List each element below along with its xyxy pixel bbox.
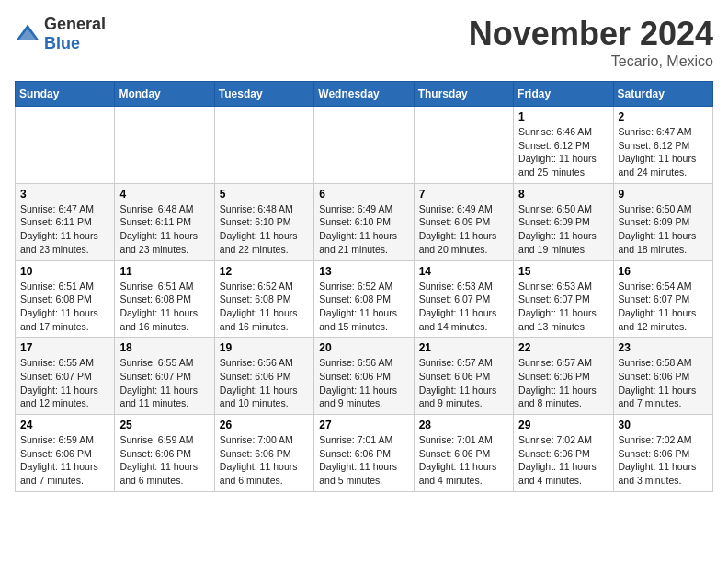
weekday-header: Wednesday [314, 82, 414, 107]
day-info: Sunrise: 6:50 AM Sunset: 6:09 PM Dayligh… [619, 202, 708, 257]
calendar-week-row: 24Sunrise: 6:59 AM Sunset: 6:06 PM Dayli… [16, 415, 713, 492]
day-info: Sunrise: 6:56 AM Sunset: 6:06 PM Dayligh… [319, 356, 408, 410]
calendar-cell: 29Sunrise: 7:02 AM Sunset: 6:06 PM Dayli… [514, 415, 613, 492]
day-info: Sunrise: 7:02 AM Sunset: 6:06 PM Dayligh… [619, 433, 708, 488]
calendar-cell: 12Sunrise: 6:52 AM Sunset: 6:08 PM Dayli… [214, 260, 313, 338]
day-info: Sunrise: 6:47 AM Sunset: 6:11 PM Dayligh… [20, 202, 109, 257]
day-info: Sunrise: 6:49 AM Sunset: 6:10 PM Dayligh… [319, 202, 408, 257]
calendar-cell: 27Sunrise: 7:01 AM Sunset: 6:06 PM Dayli… [314, 415, 414, 492]
day-info: Sunrise: 6:54 AM Sunset: 6:07 PM Dayligh… [619, 280, 708, 334]
calendar-cell: 14Sunrise: 6:53 AM Sunset: 6:07 PM Dayli… [414, 260, 513, 338]
day-number: 21 [419, 341, 508, 354]
weekday-header: Saturday [613, 82, 712, 107]
calendar-cell: 23Sunrise: 6:58 AM Sunset: 6:06 PM Dayli… [613, 338, 712, 415]
day-number: 8 [518, 188, 608, 201]
weekday-header: Sunday [16, 82, 115, 107]
day-number: 5 [220, 188, 309, 201]
calendar-cell: 22Sunrise: 6:57 AM Sunset: 6:06 PM Dayli… [514, 338, 613, 415]
day-info: Sunrise: 6:58 AM Sunset: 6:06 PM Dayligh… [619, 356, 708, 410]
calendar-table: SundayMondayTuesdayWednesdayThursdayFrid… [15, 81, 713, 492]
calendar-cell [16, 107, 115, 184]
day-number: 12 [220, 265, 309, 278]
day-number: 9 [619, 188, 708, 201]
calendar-week-row: 1Sunrise: 6:46 AM Sunset: 6:12 PM Daylig… [16, 107, 713, 184]
day-number: 11 [119, 265, 209, 278]
logo-text: General Blue [44, 15, 106, 53]
day-info: Sunrise: 7:01 AM Sunset: 6:06 PM Dayligh… [419, 433, 508, 488]
calendar-week-row: 17Sunrise: 6:55 AM Sunset: 6:07 PM Dayli… [16, 338, 713, 415]
day-number: 20 [319, 341, 408, 354]
day-number: 29 [518, 419, 608, 431]
calendar-week-row: 10Sunrise: 6:51 AM Sunset: 6:08 PM Dayli… [16, 260, 713, 338]
calendar-cell: 1Sunrise: 6:46 AM Sunset: 6:12 PM Daylig… [514, 107, 613, 184]
day-info: Sunrise: 6:53 AM Sunset: 6:07 PM Dayligh… [419, 280, 508, 334]
day-info: Sunrise: 6:49 AM Sunset: 6:09 PM Dayligh… [419, 202, 508, 257]
calendar-cell [414, 107, 513, 184]
day-number: 17 [20, 341, 109, 354]
weekday-header: Monday [115, 82, 214, 107]
day-info: Sunrise: 6:48 AM Sunset: 6:10 PM Dayligh… [220, 202, 309, 257]
day-number: 6 [319, 188, 408, 201]
day-info: Sunrise: 6:59 AM Sunset: 6:06 PM Dayligh… [20, 433, 109, 488]
calendar-cell [314, 107, 414, 184]
calendar-cell: 8Sunrise: 6:50 AM Sunset: 6:09 PM Daylig… [514, 183, 613, 260]
calendar-cell: 13Sunrise: 6:52 AM Sunset: 6:08 PM Dayli… [314, 260, 414, 338]
day-info: Sunrise: 6:55 AM Sunset: 6:07 PM Dayligh… [20, 356, 109, 410]
day-info: Sunrise: 6:52 AM Sunset: 6:08 PM Dayligh… [220, 280, 309, 334]
calendar-cell: 28Sunrise: 7:01 AM Sunset: 6:06 PM Dayli… [414, 415, 513, 492]
day-number: 22 [518, 341, 608, 354]
title-block: November 2024 Tecario, Mexico [469, 15, 713, 70]
calendar-cell: 21Sunrise: 6:57 AM Sunset: 6:06 PM Dayli… [414, 338, 513, 415]
day-info: Sunrise: 6:47 AM Sunset: 6:12 PM Dayligh… [619, 125, 708, 179]
day-number: 28 [419, 419, 508, 431]
calendar-cell [214, 107, 313, 184]
day-number: 27 [319, 419, 408, 431]
calendar-cell: 10Sunrise: 6:51 AM Sunset: 6:08 PM Dayli… [16, 260, 115, 338]
day-info: Sunrise: 7:01 AM Sunset: 6:06 PM Dayligh… [319, 433, 408, 488]
calendar-week-row: 3Sunrise: 6:47 AM Sunset: 6:11 PM Daylig… [16, 183, 713, 260]
day-number: 10 [20, 265, 109, 278]
calendar-cell: 26Sunrise: 7:00 AM Sunset: 6:06 PM Dayli… [214, 415, 313, 492]
day-number: 13 [319, 265, 408, 278]
month-title: November 2024 [469, 15, 713, 53]
day-info: Sunrise: 6:55 AM Sunset: 6:07 PM Dayligh… [119, 356, 209, 410]
day-info: Sunrise: 7:02 AM Sunset: 6:06 PM Dayligh… [518, 433, 608, 488]
calendar-cell: 15Sunrise: 6:53 AM Sunset: 6:07 PM Dayli… [514, 260, 613, 338]
day-number: 15 [518, 265, 608, 278]
calendar-cell: 30Sunrise: 7:02 AM Sunset: 6:06 PM Dayli… [613, 415, 712, 492]
calendar-cell: 5Sunrise: 6:48 AM Sunset: 6:10 PM Daylig… [214, 183, 313, 260]
day-info: Sunrise: 6:51 AM Sunset: 6:08 PM Dayligh… [20, 280, 109, 334]
calendar-cell: 18Sunrise: 6:55 AM Sunset: 6:07 PM Dayli… [115, 338, 214, 415]
day-info: Sunrise: 6:50 AM Sunset: 6:09 PM Dayligh… [518, 202, 608, 257]
day-info: Sunrise: 6:53 AM Sunset: 6:07 PM Dayligh… [518, 280, 608, 334]
location-title: Tecario, Mexico [469, 53, 713, 70]
day-number: 18 [119, 341, 209, 354]
day-info: Sunrise: 6:52 AM Sunset: 6:08 PM Dayligh… [319, 280, 408, 334]
day-number: 24 [20, 419, 109, 431]
day-number: 4 [119, 188, 209, 201]
day-info: Sunrise: 6:46 AM Sunset: 6:12 PM Dayligh… [518, 125, 608, 179]
calendar-cell: 17Sunrise: 6:55 AM Sunset: 6:07 PM Dayli… [16, 338, 115, 415]
calendar-cell: 20Sunrise: 6:56 AM Sunset: 6:06 PM Dayli… [314, 338, 414, 415]
page-header: General Blue November 2024 Tecario, Mexi… [15, 15, 713, 70]
day-info: Sunrise: 6:51 AM Sunset: 6:08 PM Dayligh… [119, 280, 209, 334]
calendar-cell: 24Sunrise: 6:59 AM Sunset: 6:06 PM Dayli… [16, 415, 115, 492]
calendar-cell: 16Sunrise: 6:54 AM Sunset: 6:07 PM Dayli… [613, 260, 712, 338]
logo: General Blue [15, 15, 106, 53]
calendar-cell: 19Sunrise: 6:56 AM Sunset: 6:06 PM Dayli… [214, 338, 313, 415]
calendar-cell: 9Sunrise: 6:50 AM Sunset: 6:09 PM Daylig… [613, 183, 712, 260]
calendar-cell [115, 107, 214, 184]
day-info: Sunrise: 6:57 AM Sunset: 6:06 PM Dayligh… [518, 356, 608, 410]
day-number: 14 [419, 265, 508, 278]
day-number: 26 [220, 419, 309, 431]
day-info: Sunrise: 6:56 AM Sunset: 6:06 PM Dayligh… [220, 356, 309, 410]
weekday-header: Friday [514, 82, 613, 107]
day-number: 30 [619, 419, 708, 431]
weekday-header: Thursday [414, 82, 513, 107]
calendar-cell: 11Sunrise: 6:51 AM Sunset: 6:08 PM Dayli… [115, 260, 214, 338]
calendar-cell: 2Sunrise: 6:47 AM Sunset: 6:12 PM Daylig… [613, 107, 712, 184]
calendar-cell: 3Sunrise: 6:47 AM Sunset: 6:11 PM Daylig… [16, 183, 115, 260]
day-number: 25 [119, 419, 209, 431]
day-info: Sunrise: 7:00 AM Sunset: 6:06 PM Dayligh… [220, 433, 309, 488]
calendar-cell: 7Sunrise: 6:49 AM Sunset: 6:09 PM Daylig… [414, 183, 513, 260]
